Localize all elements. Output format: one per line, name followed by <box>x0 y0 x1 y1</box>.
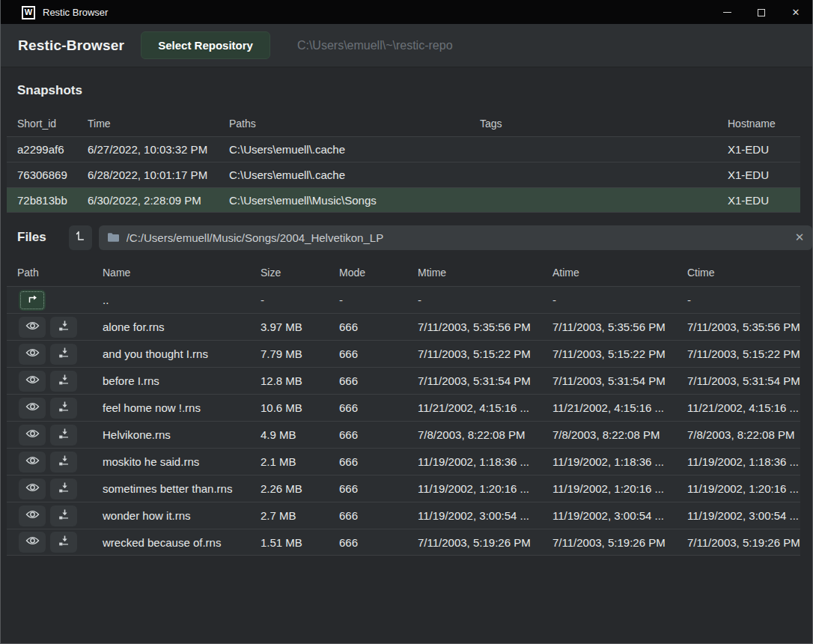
download-icon <box>58 320 70 335</box>
file-cell-mode: 666 <box>329 482 407 495</box>
snapshot-row[interactable]: 72b813bb6/30/2022, 2:28:09 PMC:\Users\em… <box>7 187 800 213</box>
maximize-button[interactable] <box>744 0 779 25</box>
file-cell-ctime: 7/11/2003, 5:31:54 PM <box>677 374 800 387</box>
file-row[interactable]: before I.rns12.8 MB6667/11/2003, 5:31:54… <box>7 367 800 394</box>
download-file-button[interactable] <box>50 425 77 446</box>
files-table: Path Name Size Mode Mtime Atime Ctime ..… <box>7 259 800 556</box>
file-row-actions <box>7 479 92 499</box>
download-icon <box>58 428 70 443</box>
download-icon <box>58 535 70 550</box>
file-cell-mtime: 7/11/2003, 5:19:26 PM <box>407 536 542 549</box>
download-icon <box>58 482 70 496</box>
file-row[interactable]: feel home now !.rns10.6 MB66611/21/2002,… <box>7 394 800 421</box>
close-x-icon: ✕ <box>795 231 805 244</box>
snapshot-cell-time: 6/30/2022, 2:28:09 PM <box>77 194 219 207</box>
download-file-button[interactable] <box>50 505 77 526</box>
file-cell-mode: 666 <box>329 455 407 468</box>
file-row[interactable]: wrecked because of.rns1.51 MB6667/11/200… <box>7 529 800 556</box>
dump-snapshot-button[interactable] <box>69 225 92 250</box>
up-right-arrow-icon <box>26 294 38 307</box>
file-row[interactable]: and you thought I.rns7.79 MB6667/11/2003… <box>7 340 800 367</box>
file-row[interactable]: alone for.rns3.97 MB6667/11/2003, 5:35:5… <box>7 313 800 340</box>
file-row-actions <box>7 452 92 473</box>
snapshots-section-title: Snapshots <box>17 83 82 98</box>
file-cell-atime: 7/11/2003, 5:35:56 PM <box>542 321 677 333</box>
column-header-mtime: Mtime <box>407 267 542 279</box>
app-window: W Restic Browser ✕ Restic-Browser Select… <box>0 0 813 644</box>
file-cell-atime: 11/19/2002, 1:20:16 ... <box>542 482 677 495</box>
file-cell-size: 12.8 MB <box>250 374 329 387</box>
view-file-button[interactable] <box>19 505 46 526</box>
view-file-button[interactable] <box>19 452 46 473</box>
file-row[interactable]: wonder how it.rns2.7 MB66611/19/2002, 3:… <box>7 502 800 529</box>
eye-icon <box>25 374 40 388</box>
column-header-name: Name <box>92 267 250 279</box>
file-cell-mode: 666 <box>329 536 407 549</box>
view-file-button[interactable] <box>19 532 46 553</box>
view-file-button[interactable] <box>19 479 46 499</box>
file-cell-size: 1.51 MB <box>250 536 329 549</box>
download-file-button[interactable] <box>50 344 77 365</box>
file-cell-name: before I.rns <box>92 374 250 387</box>
download-file-button[interactable] <box>50 398 77 419</box>
view-file-button[interactable] <box>19 344 46 365</box>
files-toolbar: Files /C:/Users/emuell/Music/Songs/2004_… <box>1 216 812 259</box>
file-cell-mtime: 7/11/2003, 5:35:56 PM <box>407 321 542 333</box>
download-file-button[interactable] <box>50 317 77 338</box>
file-cell-atime: 7/8/2003, 8:22:08 PM <box>542 428 677 441</box>
close-button[interactable]: ✕ <box>779 0 813 25</box>
file-cell-ctime: 11/19/2002, 3:00:54 ... <box>677 509 800 522</box>
download-file-button[interactable] <box>50 371 77 392</box>
current-path-bar[interactable]: /C:/Users/emuell/Music/Songs/2004_Helvet… <box>99 225 812 250</box>
minimize-icon <box>723 12 731 13</box>
parent-row-atime: - <box>542 294 677 306</box>
column-header-mode: Mode <box>329 267 407 279</box>
file-cell-atime: 11/19/2002, 3:00:54 ... <box>542 509 677 522</box>
snapshot-row[interactable]: 763068696/28/2022, 10:01:17 PMC:\Users\e… <box>7 162 800 187</box>
file-cell-mtime: 11/19/2002, 3:00:54 ... <box>407 509 542 522</box>
file-cell-name: Helvikone.rns <box>92 428 250 441</box>
file-cell-size: 4.9 MB <box>250 428 329 441</box>
snapshot-cell-paths: C:\Users\emuell\Music\Songs <box>219 194 469 207</box>
file-row-actions <box>7 317 92 338</box>
folder-icon <box>107 232 120 243</box>
parent-row-name: .. <box>92 294 250 306</box>
select-repository-button[interactable]: Select Repository <box>141 31 270 59</box>
file-cell-ctime: 7/11/2003, 5:35:56 PM <box>677 321 800 333</box>
view-file-button[interactable] <box>19 398 46 419</box>
download-icon <box>58 401 70 416</box>
eye-icon <box>25 509 40 523</box>
view-file-button[interactable] <box>19 317 46 338</box>
dump-icon <box>75 230 85 245</box>
file-cell-ctime: 7/11/2003, 5:15:22 PM <box>677 347 800 360</box>
download-file-button[interactable] <box>50 532 77 553</box>
file-cell-mtime: 11/21/2002, 4:15:16 ... <box>407 401 542 414</box>
go-up-button[interactable] <box>19 290 46 311</box>
file-cell-mode: 666 <box>329 321 407 333</box>
file-row[interactable]: moskito he said.rns2.1 MB66611/19/2002, … <box>7 448 800 475</box>
download-file-button[interactable] <box>50 452 77 473</box>
file-cell-mode: 666 <box>329 374 407 387</box>
file-row[interactable]: Helvikone.rns4.9 MB6667/8/2003, 8:22:08 … <box>7 421 800 448</box>
file-cell-size: 7.79 MB <box>250 347 329 360</box>
minimize-button[interactable] <box>710 0 744 25</box>
view-file-button[interactable] <box>19 371 46 392</box>
snapshot-cell-short_id: a2299af6 <box>7 143 77 156</box>
file-cell-mtime: 7/11/2003, 5:31:54 PM <box>407 374 542 387</box>
clear-path-button[interactable]: ✕ <box>787 225 812 250</box>
download-icon <box>58 347 70 362</box>
title-bar[interactable]: W Restic Browser ✕ <box>0 0 813 25</box>
download-file-button[interactable] <box>50 479 77 499</box>
snapshots-table-header: Short_id Time Paths Tags Hostname <box>7 111 800 136</box>
column-header-size: Size <box>250 267 329 279</box>
file-row[interactable]: sometimes better than.rns2.26 MB66611/19… <box>7 475 800 502</box>
file-cell-mode: 666 <box>329 509 407 522</box>
snapshot-cell-hostname: X1-EDU <box>717 194 800 207</box>
eye-icon <box>25 428 40 442</box>
snapshot-row[interactable]: a2299af66/27/2022, 10:03:32 PMC:\Users\e… <box>7 136 800 162</box>
view-file-button[interactable] <box>19 425 46 446</box>
parent-row-mode: - <box>329 294 407 306</box>
file-cell-atime: 7/11/2003, 5:31:54 PM <box>542 374 677 387</box>
parent-directory-row[interactable]: .. - - - - - <box>7 286 800 313</box>
file-cell-size: 2.1 MB <box>250 455 329 468</box>
